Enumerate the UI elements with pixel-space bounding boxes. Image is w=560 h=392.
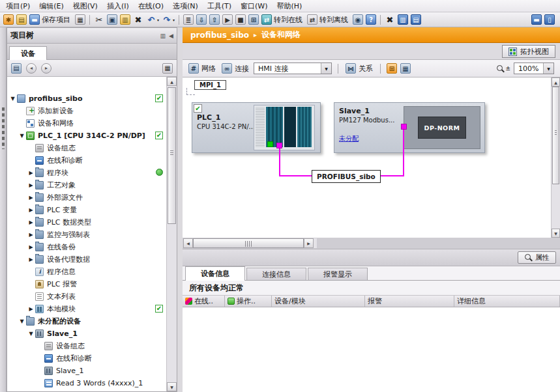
tree-item[interactable]: ▶监控与强制表 (7, 229, 166, 241)
expander-icon[interactable]: ▶ (27, 257, 35, 262)
menu-item[interactable]: 工具(T) (203, 0, 236, 12)
expander-icon[interactable]: ▶ (27, 182, 35, 188)
canvas-vertical-scrollbar[interactable]: ▲ ▼ (551, 77, 560, 238)
inspector-tab[interactable]: 设备信息 (185, 266, 245, 281)
expander-icon[interactable]: ▶ (27, 219, 35, 225)
tree-item[interactable]: 在线和诊断 (7, 154, 166, 167)
column-header[interactable]: 设备/模块 (272, 296, 365, 307)
go-offline-button[interactable]: ⇄转到离线 (306, 14, 351, 26)
menu-item[interactable]: 项目(P) (1, 0, 35, 12)
tree-item[interactable]: ▶设备代理数据 (7, 253, 166, 266)
column-settings-button[interactable]: ▦ (162, 62, 173, 74)
tree-item[interactable]: 添加新设备 (7, 105, 166, 117)
expander-icon[interactable]: ▼ (18, 133, 25, 139)
menu-item[interactable]: 窗口(W) (236, 0, 272, 12)
device-slave1[interactable]: Slave_1 PM127 Modbus... 未分配 DP-NORM (334, 102, 485, 153)
tree-item[interactable]: ▼未分配的设备 (7, 315, 166, 328)
back-button[interactable]: ◂ (25, 62, 37, 74)
delete-button[interactable]: ✖ (132, 14, 144, 26)
go-online-button[interactable]: ⇄转到在线 (261, 14, 305, 26)
scroll-down-icon[interactable]: ▼ (552, 229, 560, 238)
online-diagnostics-button[interactable]: ◉ (352, 14, 364, 26)
split-horizontal-button[interactable]: ▥ (397, 14, 409, 26)
split-vertical-button[interactable]: ▤ (410, 14, 422, 26)
download-to-device-button[interactable]: ⇩ (196, 14, 207, 26)
auto-collapse-button[interactable]: ▥ (160, 33, 166, 39)
start-cpu-button[interactable]: ▶ (222, 14, 233, 26)
zoom-icon[interactable]: ± (496, 64, 510, 73)
tree-item[interactable]: ▼Slave_1 (7, 328, 166, 340)
menu-item[interactable]: 编辑(E) (35, 0, 68, 12)
scroll-up-icon[interactable]: ▲ (167, 77, 177, 86)
dp-port[interactable] (276, 143, 282, 148)
inspector-tab[interactable]: 报警显示 (308, 268, 368, 281)
tree-item[interactable]: ▶在线备份 (7, 241, 166, 253)
tab-devices[interactable]: 设备 (9, 46, 47, 60)
redo-button[interactable]: ↷▾ (161, 14, 175, 26)
mpi-port[interactable] (267, 141, 273, 147)
collapse-panel-button[interactable]: ◀ (169, 33, 173, 39)
stop-cpu-button[interactable]: ■ (235, 14, 246, 26)
network-mode-button[interactable]: # 网络 (187, 62, 217, 75)
inspector-tab[interactable]: 连接信息 (246, 268, 306, 281)
scroll-up-icon[interactable]: ▲ (552, 77, 560, 87)
menu-item[interactable]: 插入(I) (102, 0, 134, 12)
page-preview-icon[interactable]: ▦ (400, 63, 411, 74)
profibus-line[interactable] (403, 128, 404, 176)
tree-item[interactable]: ▶PLC 数据类型 (7, 216, 166, 229)
paste-button[interactable]: ▥ (119, 14, 131, 26)
unassigned-link[interactable]: 未分配 (339, 134, 359, 143)
forward-button[interactable]: ▸ (40, 62, 52, 74)
scrollbar-thumb[interactable] (168, 87, 176, 224)
connection-type-select[interactable]: HMI 连接 ▼ (254, 63, 332, 74)
tree-item[interactable]: ▶工艺对象 (7, 179, 166, 191)
column-header[interactable]: 报警 (365, 296, 454, 307)
copy-button[interactable]: ▣ (106, 14, 118, 26)
relations-button[interactable]: ⋈ 关系 (344, 62, 374, 75)
collapsed-panel-strip[interactable] (0, 27, 7, 392)
close-editor-button[interactable]: ✖ (384, 14, 396, 26)
breadcrumb-page[interactable]: 设备和网络 (261, 29, 301, 40)
help-button[interactable]: ? (365, 14, 377, 26)
column-header[interactable]: 操作.. (225, 296, 272, 307)
scrollbar-thumb[interactable] (193, 238, 304, 248)
scroll-left-icon[interactable]: ◀ (183, 238, 193, 248)
tree-item[interactable]: Slave_1 (7, 365, 166, 377)
tree-item[interactable]: ▶外部源文件 (7, 191, 166, 204)
expander-icon[interactable]: ▶ (27, 244, 35, 250)
tree-item[interactable]: 设备组态 (7, 142, 166, 154)
profibus-network-label[interactable]: PROFIBUS_sibo (312, 170, 381, 183)
expander-icon[interactable]: ▶ (27, 306, 35, 312)
compile-button[interactable]: ≣ (183, 14, 194, 26)
undo-button[interactable]: ↶▾ (145, 14, 160, 26)
accessible-devices-button[interactable]: ⊞ (248, 14, 259, 26)
connections-mode-button[interactable]: ∞ 连接 (220, 62, 250, 75)
open-project-button[interactable]: ▤ (16, 14, 27, 26)
column-header[interactable]: 在线.. (183, 296, 225, 307)
new-project-button[interactable]: ✱ (3, 14, 14, 26)
save-project-button[interactable]: ▬保存项目 (29, 14, 73, 26)
menu-item[interactable]: 帮助(H) (273, 0, 307, 12)
topology-view-tab[interactable]: 拓扑视图 (502, 45, 555, 58)
tree-item[interactable]: ▶本地模块 (7, 303, 166, 315)
menu-item[interactable]: 视图(V) (68, 0, 102, 12)
subnet-label[interactable]: MPI_1 (194, 80, 226, 90)
tree-item[interactable]: PLC 报警 (7, 278, 166, 290)
expander-icon[interactable]: ▼ (18, 318, 25, 324)
chevron-down-icon[interactable]: ▼ (321, 63, 331, 74)
expander-icon[interactable]: ▶ (27, 207, 35, 213)
tree-item[interactable]: 文本列表 (7, 290, 166, 303)
profibus-line[interactable] (279, 147, 280, 176)
cut-button[interactable]: ✂ (93, 14, 105, 26)
expander-icon[interactable]: ▶ (27, 170, 35, 176)
column-header[interactable]: 详细信息 (454, 296, 560, 307)
chevron-down-icon[interactable]: ▼ (543, 63, 553, 74)
tree-item[interactable]: 设备和网络 (7, 117, 166, 130)
menu-item[interactable]: 选项(N) (168, 0, 203, 12)
scroll-right-icon[interactable]: ▶ (304, 238, 314, 248)
horizontal-scrollbar[interactable]: ◀ ▶ (183, 238, 317, 248)
network-canvas[interactable]: MPI_1 PROFIBUS_sibo PLC_1 CPU 314C-2 PN/… (183, 77, 551, 238)
tree-item[interactable]: ▼PLC_1 [CPU 314C-2 PN/DP] (7, 130, 166, 142)
print-button[interactable]: ▦ (74, 14, 86, 26)
expander-icon[interactable]: ▼ (27, 331, 35, 337)
